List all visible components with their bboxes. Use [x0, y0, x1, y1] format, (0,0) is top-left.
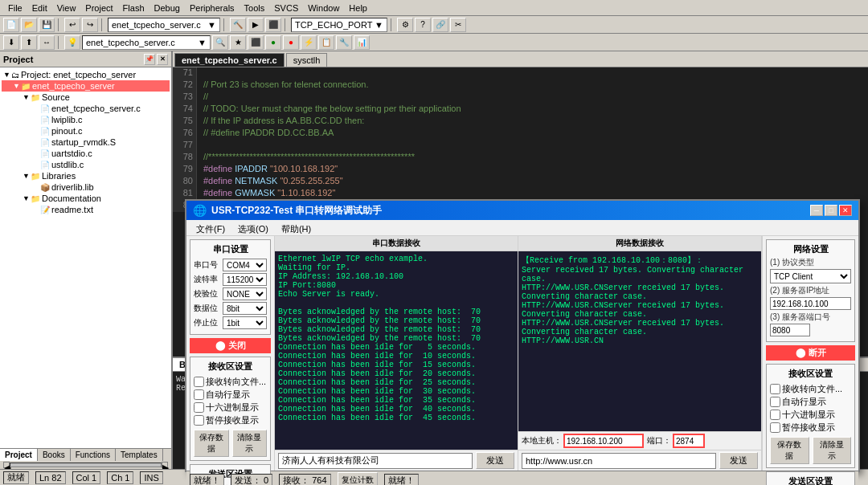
serial-close-button[interactable]: ⬤ 关闭 — [190, 338, 271, 353]
dialog-menu-file[interactable]: 文件(F) — [190, 222, 231, 234]
net-recv-cb-3[interactable] — [770, 410, 780, 420]
panel-pin-btn[interactable]: 📌 — [144, 54, 155, 65]
reset-count-btn[interactable]: 复位计数 — [338, 472, 378, 485]
toolbar2-btn2[interactable]: ⬆ — [21, 35, 37, 50]
recv-checkbox-3[interactable] — [194, 402, 204, 413]
toolbar2-red-btn[interactable]: ● — [283, 35, 299, 50]
recv-checkbox-4[interactable] — [194, 415, 204, 426]
sidebar-tab-project[interactable]: Project — [0, 449, 38, 461]
connect-btn[interactable]: 🔗 — [432, 18, 448, 32]
build-btn[interactable]: 🔨 — [230, 18, 246, 32]
new-file-btn[interactable]: 📄 — [3, 18, 19, 32]
menu-window[interactable]: Window — [303, 2, 344, 14]
save-btn[interactable]: 💾 — [39, 18, 55, 32]
tree-item-uart[interactable]: 📄 uartstdio.c — [2, 148, 170, 159]
redo-btn[interactable]: ↪ — [82, 18, 98, 32]
toolbar2-btn5[interactable]: ★ — [230, 35, 246, 50]
config-dropdown[interactable]: TCP_ECHO_PORT▼ — [291, 18, 387, 32]
menu-file[interactable]: File — [3, 2, 27, 14]
dialog-close-btn[interactable]: ✕ — [839, 205, 852, 216]
parity-select[interactable]: NONE — [223, 287, 267, 300]
debug-btn[interactable]: ▶ — [248, 18, 264, 32]
net-recv-cb-1[interactable] — [770, 384, 780, 394]
toolbar2-chip-btn[interactable]: 💡 — [64, 35, 80, 50]
serial-send-input[interactable] — [278, 453, 473, 469]
toolbar2-btn8[interactable]: 📋 — [318, 35, 334, 50]
undo-btn[interactable]: ↩ — [64, 18, 80, 32]
help-btn[interactable]: ? — [415, 18, 431, 32]
toolbar2-btn6[interactable]: ⬛ — [248, 35, 264, 50]
net-recv-cb-4[interactable] — [770, 422, 780, 433]
toolbar2-btn4[interactable]: 🔍 — [212, 35, 228, 50]
dialog-minimize-btn[interactable]: ─ — [810, 205, 823, 216]
net-disconnect-btn[interactable]: ⬤ 断开 — [766, 345, 855, 361]
tree-item-enet-c[interactable]: 📄 enet_tcpecho_server.c — [2, 103, 170, 114]
menu-flash[interactable]: Flash — [118, 2, 149, 14]
server-ip-input[interactable] — [770, 297, 851, 310]
toolbar2-btn3[interactable]: ↔ — [39, 35, 55, 50]
toolbar2-btn7[interactable]: ⚡ — [301, 35, 317, 50]
clear-display-btn[interactable]: 清除显示 — [232, 430, 268, 457]
port-input[interactable] — [673, 434, 705, 448]
uart-icon: 📄 — [40, 149, 50, 158]
net-save-data-btn[interactable]: 保存数据 — [770, 437, 809, 464]
save-data-btn[interactable]: 保存数据 — [194, 430, 229, 457]
host-input[interactable] — [563, 434, 644, 448]
stop-btn[interactable]: ⬛ — [265, 18, 281, 32]
menu-help[interactable]: Help — [344, 2, 372, 14]
line-code-72: // Port 23 is chosen for telenet connect… — [197, 79, 868, 92]
tree-item-enet-folder[interactable]: ▼ 📁 enet_tcpecho_server — [2, 80, 170, 92]
send-count-label: 发送： — [235, 475, 261, 485]
file-dropdown[interactable]: enet_tcpecho_server.c▼ — [108, 18, 220, 32]
toolbar2-dropdown[interactable]: enet_tcpecho_server.c▼ — [82, 35, 211, 50]
settings-btn[interactable]: ⚙ — [397, 18, 413, 32]
menu-peripherals[interactable]: Peripherals — [185, 2, 240, 14]
sidebar-tab-functions[interactable]: Functions — [71, 449, 116, 461]
dialog-maximize-btn[interactable]: □ — [825, 205, 837, 216]
menu-view[interactable]: View — [52, 2, 81, 14]
menu-debug[interactable]: Debug — [149, 2, 185, 14]
recv-checkbox-2[interactable] — [194, 389, 204, 400]
protocol-select[interactable]: TCP Client — [770, 269, 851, 283]
open-btn[interactable]: 📂 — [21, 18, 37, 32]
tree-item-driverlib[interactable]: 📦 driverlib.lib — [2, 181, 170, 193]
sidebar-tab-templates[interactable]: Templates — [116, 449, 163, 461]
net-send-input[interactable] — [522, 453, 716, 469]
serial-send-btn[interactable]: 发送 — [476, 452, 514, 469]
dialog-menu-help[interactable]: 帮助(H) — [275, 222, 317, 234]
tree-item-libraries[interactable]: ▼ 📁 Libraries — [2, 170, 170, 181]
serial-port-select[interactable]: COM4 — [223, 259, 267, 271]
tree-item-ustd[interactable]: 📄 ustdlib.c — [2, 159, 170, 170]
net-send-btn[interactable]: 发送 — [719, 452, 758, 469]
toolbar2-btn9[interactable]: 🔧 — [336, 35, 352, 50]
tree-item-readme[interactable]: 📝 readme.txt — [2, 204, 170, 215]
tree-item-documentation[interactable]: ▼ 📁 Documentation — [2, 193, 170, 204]
recv-checkbox-1[interactable] — [194, 377, 204, 387]
menu-tools[interactable]: Tools — [240, 2, 270, 14]
baud-select[interactable]: 115200 — [223, 273, 267, 286]
toolbar2-btn10[interactable]: 📊 — [354, 35, 370, 50]
scroll-right-btn[interactable]: ▶ — [162, 462, 168, 468]
dialog-menu-options[interactable]: 选项(O) — [231, 222, 275, 234]
menu-project[interactable]: Project — [80, 2, 117, 14]
tree-item-source[interactable]: ▼ 📁 Source — [2, 92, 170, 103]
net-recv-cb-2[interactable] — [770, 397, 780, 407]
server-port-input[interactable] — [770, 324, 810, 336]
tab-sysctlh[interactable]: sysctlh — [286, 53, 328, 67]
disconnect-btn[interactable]: ✂ — [450, 18, 466, 32]
toolbar2-green-btn[interactable]: ● — [265, 35, 281, 50]
tree-item-startup[interactable]: 📄 startup_rvmdk.S — [2, 137, 170, 148]
stopbits-select[interactable]: 1bit — [223, 316, 267, 329]
tree-item-lwip[interactable]: 📄 lwiplib.c — [2, 114, 170, 125]
toolbar2-btn1[interactable]: ⬇ — [3, 35, 19, 50]
tree-item-pinout[interactable]: 📄 pinout.c — [2, 125, 170, 137]
menu-edit[interactable]: Edit — [27, 2, 52, 14]
panel-close-btn[interactable]: ✕ — [157, 54, 168, 65]
scroll-left-btn[interactable]: ◀ — [3, 462, 10, 468]
net-clear-btn[interactable]: 清除显示 — [813, 437, 852, 464]
databits-select[interactable]: 8bit — [223, 302, 267, 315]
menu-svcs[interactable]: SVCS — [269, 2, 303, 14]
tab-enet-c[interactable]: enet_tcpecho_server.c — [174, 53, 285, 67]
tree-item-project[interactable]: ▼ 🗂 Project: enet_tcpecho_server — [2, 69, 170, 80]
sidebar-tab-books[interactable]: Books — [38, 449, 71, 461]
